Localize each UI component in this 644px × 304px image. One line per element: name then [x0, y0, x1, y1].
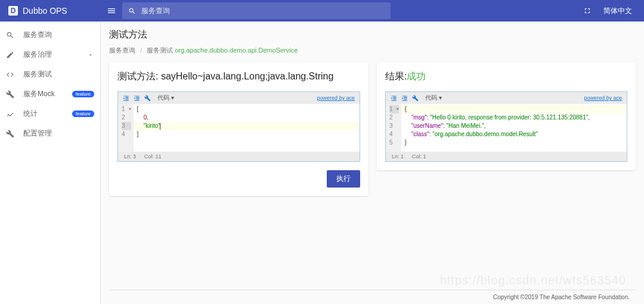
main-content: 测试方法 服务查询 / 服务测试 org.apache.dubbo.demo.a… — [101, 22, 644, 304]
wrench-icon[interactable] — [144, 95, 151, 102]
editor-toolbar: 代码 ▾ powered by ace — [118, 92, 360, 104]
search-box[interactable] — [122, 2, 391, 19]
editor-body[interactable]: 1▾ 2 3 4 5 { "msg": "Hello 0 kirito, res… — [386, 104, 627, 152]
powered-by-link[interactable]: powered by ace — [584, 95, 622, 101]
request-title: 测试方法: sayHello~java.lang.Long;java.lang.… — [117, 70, 360, 83]
breadcrumb-root[interactable]: 服务查询 — [109, 47, 135, 54]
sidebar-item-label: 服务测试 — [23, 69, 52, 79]
request-editor[interactable]: 代码 ▾ powered by ace 1▾ 2 3 4 [ 0, "kirit… — [117, 91, 360, 162]
menu-toggle-button[interactable] — [101, 6, 122, 16]
breadcrumb-sep: / — [140, 47, 142, 54]
sidebar-item-mock[interactable]: 服务Mock feature — [0, 84, 100, 104]
outdent-icon[interactable] — [123, 95, 129, 102]
editor-gutter: 1▾ 2 3 4 — [118, 104, 134, 152]
editor-toolbar: 代码 ▾ powered by ace — [386, 92, 627, 104]
editor-status: Ln: 3 Col: 11 — [118, 152, 360, 161]
status-col: Col: 1 — [412, 153, 426, 159]
result-editor[interactable]: 代码 ▾ powered by ace 1▾ 2 3 4 5 { "msg": … — [385, 91, 627, 162]
breadcrumb-test[interactable]: 服务测试 — [147, 47, 173, 54]
sidebar-item-label: 配置管理 — [23, 128, 52, 139]
code-icon — [6, 70, 14, 79]
wrench-icon — [6, 130, 14, 138]
brand-icon: D — [8, 6, 18, 16]
feature-badge: feature — [72, 110, 94, 117]
fold-icon[interactable]: ▾ — [397, 105, 399, 113]
chevron-down-icon — [87, 51, 94, 59]
editor-body[interactable]: 1▾ 2 3 4 [ 0, "kirito"] — [118, 104, 360, 152]
execute-button[interactable]: 执行 — [327, 170, 360, 188]
sidebar-item-label: 服务治理 — [23, 50, 52, 60]
search-icon — [128, 7, 136, 15]
wrench-icon[interactable] — [412, 95, 419, 102]
status-col: Col: 11 — [144, 153, 162, 159]
language-switch[interactable]: 简体中文 — [603, 6, 632, 16]
indent-icon[interactable] — [134, 95, 140, 102]
search-input[interactable] — [141, 7, 385, 15]
fold-icon[interactable]: ▾ — [129, 105, 131, 113]
sidebar-item-stats[interactable]: 统计 feature — [0, 104, 100, 124]
status-line: Ln: 1 — [392, 153, 404, 159]
request-card: 测试方法: sayHello~java.lang.Long;java.lang.… — [109, 62, 369, 196]
breadcrumb: 服务查询 / 服务测试 org.apache.dubbo.demo.api.De… — [109, 46, 636, 55]
edit-icon — [6, 51, 14, 59]
editor-mode-dropdown[interactable]: 代码 ▾ — [425, 94, 442, 102]
result-title: 结果:成功 — [385, 70, 627, 83]
sidebar-item-label: 服务Mock — [23, 89, 55, 99]
page-title: 测试方法 — [109, 29, 636, 41]
wrench-icon — [6, 90, 14, 99]
sidebar-item-service-query[interactable]: 服务查询 — [0, 25, 100, 45]
editor-status: Ln: 1 Col: 1 — [386, 152, 627, 161]
search-icon — [6, 31, 14, 39]
editor-mode-dropdown[interactable]: 代码 ▾ — [157, 94, 174, 102]
editor-code[interactable]: [ 0, "kirito"] — [134, 104, 360, 152]
status-line: Ln: 3 — [124, 153, 136, 159]
result-card: 结果:成功 代码 ▾ powered by ace 1▾ — [377, 62, 636, 170]
feature-badge: feature — [72, 91, 94, 97]
breadcrumb-service[interactable]: org.apache.dubbo.demo.api.DemoService — [175, 47, 298, 54]
footer: Copyright ©2019 The Apache Software Foun… — [109, 290, 636, 304]
fullscreen-icon[interactable] — [583, 7, 592, 15]
indent-icon[interactable] — [401, 95, 408, 102]
editor-code[interactable]: { "msg": "Hello 0 kirito, response from … — [401, 104, 627, 152]
sidebar-item-label: 服务查询 — [23, 30, 52, 40]
brand: D Dubbo OPS — [0, 6, 101, 16]
sidebar: 服务查询 服务治理 服务测试 服务Mock feature 统计 feature… — [0, 22, 101, 304]
sidebar-item-governance[interactable]: 服务治理 — [0, 45, 100, 65]
brand-text: Dubbo OPS — [23, 6, 67, 16]
top-bar: D Dubbo OPS 简体中文 — [0, 0, 644, 22]
outdent-icon[interactable] — [391, 95, 397, 102]
sidebar-item-config[interactable]: 配置管理 — [0, 124, 100, 143]
editor-gutter: 1▾ 2 3 4 5 — [386, 104, 401, 152]
hamburger-icon — [107, 6, 116, 16]
sidebar-item-service-test[interactable]: 服务测试 — [0, 65, 100, 84]
trend-icon — [6, 110, 14, 118]
powered-by-link[interactable]: powered by ace — [317, 95, 355, 101]
sidebar-item-label: 统计 — [23, 109, 38, 119]
